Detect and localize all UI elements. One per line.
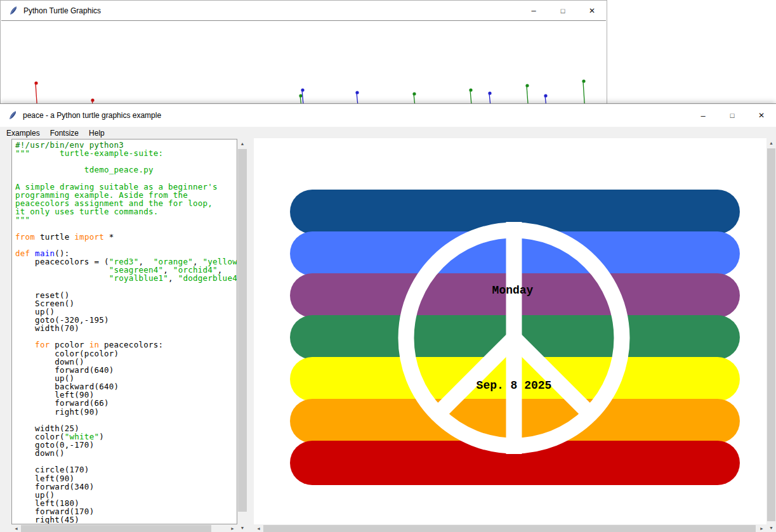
code-line: "royalblue1", "dodgerblue4")	[15, 274, 237, 282]
canvas-horizontal-scrollbar[interactable]: ◄ ►	[254, 524, 766, 532]
close-button[interactable]: ✕	[747, 104, 776, 127]
scroll-up-icon[interactable]: ▲	[766, 138, 776, 148]
menu-fontsize[interactable]: Fontsize	[45, 128, 84, 138]
code-line: """ turtle-example-suite:	[15, 149, 237, 157]
code-line: """	[15, 216, 237, 224]
canvas-vertical-scrollbar[interactable]: ▲ ▼	[766, 138, 776, 532]
code-line: width(70)	[15, 324, 237, 332]
code-vertical-scrollbar[interactable]: ▲ ▼	[237, 139, 247, 532]
peace-demo-window: peace - a Python turtle graphics example…	[0, 103, 776, 532]
menu-bar: Examples Fontsize Help	[0, 127, 776, 139]
code-content[interactable]: #!/usr/bin/env python3""" turtle-example…	[15, 141, 237, 524]
scroll-down-icon[interactable]: ▼	[766, 523, 776, 532]
scroll-up-icon[interactable]: ▲	[237, 139, 247, 148]
scroll-right-icon[interactable]: ►	[228, 524, 237, 532]
canvas-vscroll-thumb[interactable]	[767, 148, 775, 521]
source-code-pane[interactable]: #!/usr/bin/env python3""" turtle-example…	[11, 139, 237, 524]
turtle-graphics-titlebar[interactable]: Python Turtle Graphics – □ ✕	[1, 1, 607, 20]
scroll-left-icon[interactable]: ◄	[11, 524, 21, 532]
code-line: from turtle import *	[15, 233, 237, 241]
desktop: Python Turtle Graphics – □ ✕ peace - a P…	[0, 0, 776, 532]
window-title: Python Turtle Graphics	[23, 6, 101, 15]
maximize-button[interactable]: □	[548, 1, 577, 20]
scroll-left-icon[interactable]: ◄	[254, 524, 263, 532]
menu-help[interactable]: Help	[84, 128, 110, 138]
code-vscroll-thumb[interactable]	[238, 149, 247, 512]
close-button[interactable]: ✕	[577, 1, 607, 20]
turtle-canvas: MondaySep. 8 2025	[254, 138, 766, 524]
maximize-button[interactable]: □	[718, 104, 747, 127]
code-line: it only uses turtle commands.	[15, 207, 237, 216]
app-icon	[8, 6, 18, 16]
minimize-button[interactable]: –	[519, 1, 548, 20]
scroll-down-icon[interactable]: ▼	[237, 523, 247, 532]
app-icon	[8, 110, 18, 120]
peace-symbol	[254, 138, 766, 524]
code-horizontal-scrollbar[interactable]: ◄ ►	[11, 524, 237, 532]
canvas-hscroll-thumb[interactable]	[263, 525, 756, 532]
window-title: peace - a Python turtle graphics example	[23, 111, 161, 120]
code-line: down()	[15, 449, 237, 457]
peace-demo-titlebar[interactable]: peace - a Python turtle graphics example…	[0, 104, 776, 127]
code-line: right(90)	[15, 408, 237, 416]
minimize-button[interactable]: –	[688, 104, 718, 127]
menu-examples[interactable]: Examples	[1, 128, 45, 138]
code-hscroll-thumb[interactable]	[21, 525, 211, 532]
code-line: tdemo_peace.py	[15, 165, 237, 174]
scroll-right-icon[interactable]: ►	[757, 524, 766, 532]
